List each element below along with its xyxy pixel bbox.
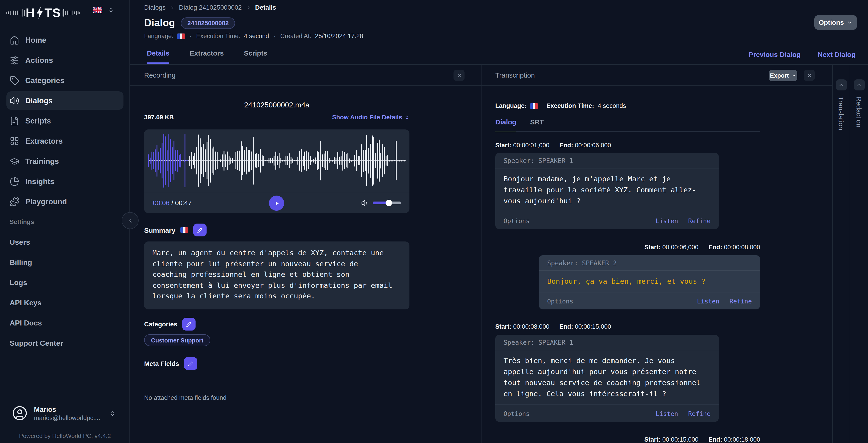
end-label: End: [559, 323, 573, 330]
translation-tab-label[interactable]: Translation [837, 96, 845, 130]
uk-flag-icon [93, 7, 102, 13]
tab-srt[interactable]: SRT [530, 118, 544, 132]
transcript-card-speaker2: Speaker: SPEAKER 2 Bonjour, ça va bien, … [539, 255, 760, 309]
transcript-text: Très bien, merci de me demander. Je vous… [495, 350, 719, 405]
end-value: 00:00:08,000 [724, 244, 760, 251]
transcription-close-button[interactable] [804, 70, 815, 81]
sliders-icon [10, 55, 19, 65]
listen-link[interactable]: Listen [656, 217, 678, 224]
sidebar-item-dialogs[interactable]: Dialogs [6, 91, 123, 110]
chevron-down-icon [847, 20, 852, 25]
app-logo[interactable]: H TS [6, 6, 80, 20]
show-audio-details-label: Show Audio File Details [332, 114, 402, 121]
sidebar-item-api-keys[interactable]: API Keys [0, 294, 130, 312]
redaction-side-panel: Redaction [850, 65, 868, 443]
chevron-up-icon [856, 82, 862, 88]
volume-icon[interactable] [361, 199, 369, 207]
document-icon [10, 116, 19, 126]
sidebar-item-actions[interactable]: Actions [6, 51, 123, 69]
expand-translation-button[interactable] [836, 80, 847, 90]
sidebar-item-insights[interactable]: Insights [6, 172, 123, 191]
tabs-divider [495, 131, 760, 132]
sidebar-item-trainings[interactable]: Trainings [6, 152, 123, 170]
sidebar-item-categories[interactable]: Categories [6, 71, 123, 90]
chevrons-up-down-icon [108, 6, 114, 13]
sidebar-item-support-center[interactable]: Support Center [0, 334, 130, 353]
logo-letters-ts: TS [44, 6, 61, 20]
sidebar-collapse-button[interactable] [122, 212, 138, 229]
edit-categories-button[interactable] [182, 318, 196, 330]
dialog-id-badge[interactable]: 241025000002 [181, 17, 235, 29]
volume-thumb[interactable] [385, 200, 392, 206]
playhead-cursor[interactable] [185, 134, 185, 187]
next-dialog-link[interactable]: Next Dialog [818, 51, 856, 58]
options-link[interactable]: Options [547, 297, 573, 305]
volume-slider[interactable] [373, 201, 401, 204]
options-link[interactable]: Options [503, 410, 530, 417]
redaction-tab-label[interactable]: Redaction [855, 96, 863, 127]
refine-link[interactable]: Refine [730, 297, 752, 305]
recording-close-button[interactable] [454, 70, 465, 81]
breadcrumb-dialog-id[interactable]: Dialog 241025000002 [179, 4, 242, 11]
tab-details[interactable]: Details [147, 49, 169, 64]
category-badge[interactable]: Customer Support [144, 334, 210, 346]
close-icon [456, 72, 462, 78]
volume-controls [361, 192, 401, 214]
puzzle-icon [10, 197, 19, 207]
sidebar-item-scripts[interactable]: Scripts [6, 112, 123, 130]
breadcrumb-dialogs[interactable]: Dialogs [144, 4, 165, 11]
play-button[interactable] [269, 196, 284, 211]
options-link[interactable]: Options [503, 217, 530, 224]
logo-waveform-left-icon [6, 6, 25, 20]
speaker-header: Speaker: SPEAKER 2 [539, 255, 760, 271]
user-texts: Marios marios@helloworldpc.... [34, 405, 106, 421]
start-label: Start: [645, 244, 661, 251]
sidebar-item-home[interactable]: Home [6, 31, 123, 49]
end-value: 00:00:18,000 [724, 436, 760, 443]
sidebar-item-label: Playground [25, 197, 67, 206]
dialog-tabbar: Details Extractors Scripts Previous Dial… [130, 49, 868, 65]
language-switcher[interactable] [93, 6, 114, 13]
sidebar-item-extractors[interactable]: Extractors [6, 132, 123, 150]
execution-time-label: Execution Time: [196, 33, 240, 39]
previous-dialog-link[interactable]: Previous Dialog [749, 51, 801, 58]
meta-fields-label: Meta Fields [144, 360, 179, 367]
sidebar-item-users[interactable]: Users [0, 233, 130, 252]
dot-separator: · [190, 33, 192, 39]
speaker-header: Speaker: SPEAKER 1 [495, 335, 719, 350]
user-menu[interactable]: Marios marios@helloworldpc.... [0, 402, 130, 424]
sidebar-item-logs[interactable]: Logs [0, 274, 130, 292]
breadcrumb-details: Details [255, 4, 276, 11]
listen-link[interactable]: Listen [697, 297, 719, 305]
sidebar-nav: Home Actions Categories Dialogs Scripts … [0, 29, 130, 211]
sidebar-item-label: Home [25, 36, 46, 44]
refine-link[interactable]: Refine [688, 217, 711, 224]
transcription-panel-header: Transcription Export [482, 65, 832, 86]
transcription-tabs: Dialog SRT [495, 118, 544, 132]
refine-link[interactable]: Refine [688, 410, 711, 417]
entry-times: Start: 00:00:06,000 End: 00:00:08,000 [645, 244, 760, 251]
card-footer: Options Listen Refine [495, 405, 719, 422]
end-value: 00:00:06,000 [575, 142, 611, 149]
show-audio-details-link[interactable]: Show Audio File Details [332, 114, 409, 121]
chevron-up-icon [838, 82, 844, 88]
file-info-row: 397.69 KB Show Audio File Details [144, 114, 409, 121]
edit-meta-fields-button[interactable] [184, 357, 197, 370]
recording-panel-body: 241025000002.m4a 397.69 KB Show Audio Fi… [130, 86, 481, 443]
waveform[interactable] [144, 129, 409, 192]
edit-summary-button[interactable] [193, 224, 207, 236]
sidebar-item-playground[interactable]: Playground [6, 192, 123, 211]
sidebar-item-api-docs[interactable]: API Docs [0, 314, 130, 333]
current-time: 00:06 [153, 199, 169, 207]
tab-extractors[interactable]: Extractors [190, 49, 223, 64]
listen-link[interactable]: Listen [656, 410, 678, 417]
sidebar-item-billing[interactable]: Billing [0, 253, 130, 272]
expand-redaction-button[interactable] [854, 80, 865, 90]
options-button[interactable]: Options [814, 15, 857, 30]
sidebar: H TS Home [0, 0, 130, 443]
export-button[interactable]: Export [769, 70, 797, 81]
tab-dialog[interactable]: Dialog [495, 118, 517, 132]
tab-scripts[interactable]: Scripts [244, 49, 268, 64]
end-value: 00:00:15,000 [575, 323, 611, 330]
recording-panel: Recording 241025000002.m4a 397.69 KB Sho… [130, 65, 481, 443]
